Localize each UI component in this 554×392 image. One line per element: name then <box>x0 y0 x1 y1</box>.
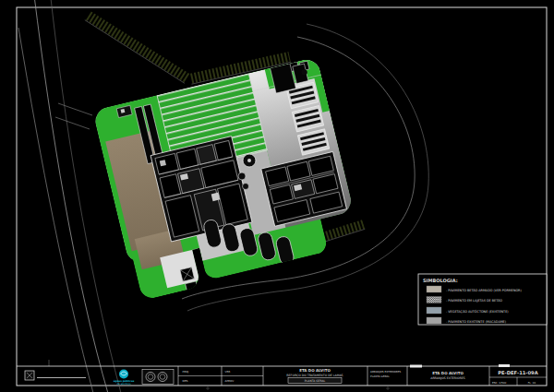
legend-label: - PAVIMENTO BETÃO ARMADO (VER PORMENOR) <box>446 288 522 292</box>
approval-cell-4: APROV. <box>225 379 235 383</box>
legend-swatch-betao-armado <box>427 286 441 292</box>
owner-logo-text-2: do alentejo <box>116 382 130 386</box>
approval-cell-3: VER. <box>225 370 232 374</box>
scale-label: ESC. 1/500 <box>492 381 507 385</box>
project-title-1: ETA DO ALVITO <box>299 368 331 373</box>
certification-logos <box>142 370 174 385</box>
sheet-number-label: FL. 01 <box>528 381 536 385</box>
stamp-logo <box>25 371 34 380</box>
project-title-3: PLANTA GERAL <box>305 379 326 383</box>
legend-title: SIMBOLOGIA: <box>423 278 458 283</box>
drawing-number: PE-DEF-11-09A <box>498 370 538 375</box>
legend-label: - VEGETAÇÃO AUTÓCTONE (EXISTENTE) <box>446 309 509 314</box>
water-utility-logo <box>119 370 128 379</box>
site-plan-svg: SIMBOLOGIA: - PAVIMENTO BETÃO ARMADO (VE… <box>0 0 554 392</box>
project-title-2: REFORÇO DO TRATAMENTO DE LAMAS <box>286 374 343 377</box>
side-text-2: PLANTA GERAL <box>370 374 390 378</box>
legend-label: - PAVIMENTO EXISTENTE (MACADAME) <box>446 320 507 324</box>
sheet-title-1: ETA DO ALVITO <box>432 371 464 375</box>
legend-box: SIMBOLOGIA: - PAVIMENTO BETÃO ARMADO (VE… <box>418 274 547 325</box>
legend-label: - PAVIMENTO EM LAJETAS DE BETÃO <box>446 298 502 303</box>
cad-sheet: SIMBOLOGIA: - PAVIMENTO BETÃO ARMADO (VE… <box>0 0 554 392</box>
legend-swatch-vegetacao <box>427 307 441 314</box>
approval-cell-2: DES. <box>183 379 189 383</box>
side-text-1: ARRANJOS EXTERIORES <box>370 370 401 374</box>
legend-swatch-lajetas <box>427 297 441 303</box>
legend-swatch-existente <box>427 317 441 324</box>
sheet-title-2: ARRANJOS EXTERIORES <box>430 376 465 380</box>
approval-cell-1: PROJ. <box>183 370 190 374</box>
